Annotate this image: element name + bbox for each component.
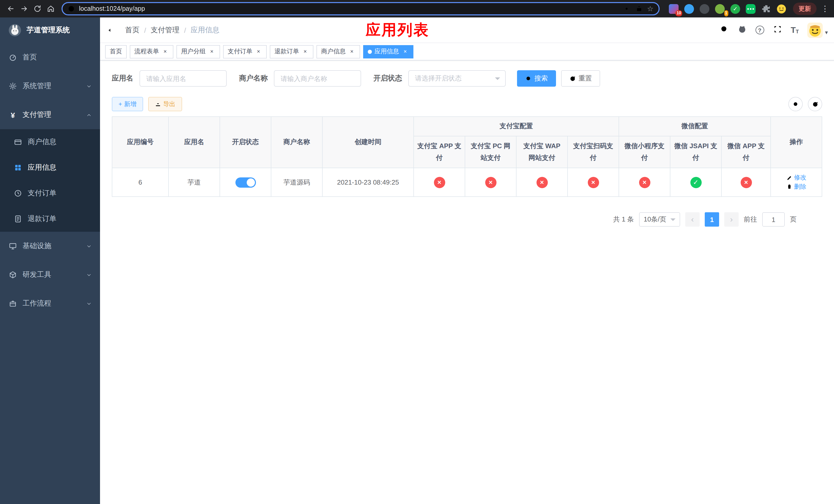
next-page-button[interactable]: ›	[724, 212, 739, 227]
toggle-search-button[interactable]	[788, 97, 803, 111]
close-icon[interactable]: ×	[302, 48, 309, 55]
cell-app-id: 6	[112, 168, 169, 197]
app-name-input[interactable]	[139, 70, 227, 87]
sidebar-item-pay-order[interactable]: 支付订单	[0, 181, 100, 206]
reload-button[interactable]	[31, 2, 44, 15]
home-button[interactable]	[44, 2, 58, 15]
tab-process-form[interactable]: 流程表单×	[130, 45, 173, 58]
merchant-name-label: 商户名称	[239, 74, 268, 83]
app-title: 芋道管理系统	[27, 26, 70, 35]
extension-dark-circle-icon[interactable]	[699, 3, 710, 14]
sidebar-item-app-info[interactable]: 应用信息	[0, 155, 100, 181]
breadcrumb-home[interactable]: 首页	[125, 25, 139, 35]
col-wx-jsapi: 微信 JSAPI 支付	[670, 136, 721, 168]
tab-home[interactable]: 首页	[105, 45, 127, 58]
status-label: 开启状态	[373, 74, 402, 83]
col-wx-lite: 微信小程序支付	[619, 136, 670, 168]
export-button[interactable]: 导出	[148, 97, 182, 111]
extension-green-check-icon[interactable]: ✓	[730, 3, 741, 14]
extension-colorful-icon[interactable]: 10	[668, 3, 679, 14]
sidebar-item-merchant-info[interactable]: 商户信息	[0, 129, 100, 155]
app-table: 应用编号 应用名 开启状态 商户名称 创建时间 支付宝配置 微信配置 操作 支付…	[112, 116, 822, 197]
merchant-name-input[interactable]	[274, 70, 361, 87]
col-wx-app: 微信 APP 支付	[721, 136, 771, 168]
user-menu[interactable]: ▾	[808, 22, 828, 38]
chevron-down-icon	[86, 243, 92, 249]
tags-view-bar: 首页 流程表单× 用户分组× 支付订单× 退款订单× 商户信息× 应用信息×	[100, 43, 834, 61]
password-key-icon[interactable]	[624, 5, 632, 12]
table-row: 6 芋道 芋道源码 2021-10-23 08:49:25 × × × × × …	[112, 168, 822, 197]
sidebar-item-workflow[interactable]: 工作流程	[0, 289, 100, 318]
sidebar-item-label: 支付订单	[28, 189, 57, 198]
status-toggle[interactable]	[235, 177, 256, 187]
delete-link[interactable]: 删除	[786, 182, 806, 191]
search-icon[interactable]	[719, 24, 729, 36]
active-dot	[368, 49, 372, 53]
fullscreen-icon[interactable]	[773, 24, 782, 36]
sidebar-item-refund-order[interactable]: 退款订单	[0, 206, 100, 232]
prev-page-button[interactable]: ‹	[685, 212, 700, 227]
profile-avatar-icon[interactable]	[776, 3, 787, 14]
sidebar-item-label: 工作流程	[23, 299, 51, 308]
extension-green-avatar-icon[interactable]: 1	[715, 3, 725, 14]
share-icon[interactable]	[636, 5, 643, 12]
select-caret-icon	[495, 77, 500, 83]
close-icon[interactable]: ×	[255, 48, 262, 55]
address-bar[interactable]: localhost:1024/pay/app ☆	[62, 2, 660, 15]
tab-refund-order[interactable]: 退款订单×	[270, 45, 313, 58]
sidebar-item-payment[interactable]: ¥ 支付管理	[0, 100, 100, 129]
tab-pay-order[interactable]: 支付订单×	[223, 45, 267, 58]
breadcrumb-section[interactable]: 支付管理	[151, 25, 179, 35]
close-icon[interactable]: ×	[161, 48, 169, 55]
refresh-button[interactable]	[808, 97, 822, 111]
github-icon[interactable]	[737, 24, 747, 36]
extensions-tray: 10 1 ✓	[664, 3, 787, 14]
extension-wechat-icon[interactable]	[745, 3, 756, 14]
tab-user-group[interactable]: 用户分组×	[176, 45, 220, 58]
browser-menu-icon[interactable]: ⋮	[821, 4, 829, 13]
sidebar-item-system[interactable]: 系统管理	[0, 72, 100, 100]
font-size-icon[interactable]: TT	[791, 26, 799, 34]
cube-icon	[8, 271, 18, 279]
goto-page-input[interactable]	[762, 212, 785, 227]
bookmark-star-icon[interactable]: ☆	[647, 5, 654, 13]
sidebar-item-label: 应用信息	[28, 163, 57, 172]
help-icon[interactable]: ?	[755, 26, 764, 35]
status-select[interactable]: 请选择开启状态	[408, 70, 506, 87]
extension-blue-drop-icon[interactable]	[684, 3, 695, 14]
col-actions: 操作	[771, 117, 822, 168]
sidebar-item-devtools[interactable]: 研发工具	[0, 260, 100, 289]
edit-link[interactable]: 修改	[786, 173, 806, 182]
sidebar-item-home[interactable]: 首页	[0, 43, 100, 72]
user-avatar[interactable]	[808, 22, 823, 38]
page-size-select[interactable]: 10条/页	[639, 212, 680, 227]
reset-button[interactable]: 重置	[561, 70, 600, 87]
sidebar-logo[interactable]: 芋道管理系统	[0, 18, 100, 43]
caret-down-icon: ▾	[825, 29, 828, 36]
extension-badge: 1	[724, 10, 728, 16]
close-icon[interactable]: ×	[348, 48, 355, 55]
current-page-button[interactable]: 1	[705, 212, 719, 227]
back-button[interactable]	[4, 2, 18, 15]
close-icon[interactable]: ×	[402, 48, 409, 55]
sidebar-item-infra[interactable]: 基础设施	[0, 232, 100, 260]
tab-app-info[interactable]: 应用信息×	[363, 45, 413, 58]
close-icon[interactable]: ×	[208, 48, 215, 55]
grid-icon	[13, 164, 23, 172]
chrome-update-button[interactable]: 更新	[793, 3, 816, 15]
forward-button[interactable]	[18, 2, 31, 15]
sidebar-item-label: 退款订单	[28, 214, 57, 224]
extensions-puzzle-icon[interactable]	[761, 3, 771, 14]
url-text[interactable]: localhost:1024/pay/app	[79, 5, 620, 12]
search-button[interactable]: 搜索	[517, 70, 556, 87]
navbar-actions: ? TT ▾	[719, 22, 834, 38]
goto-label: 前往	[744, 215, 757, 224]
add-button[interactable]: + 新增	[112, 97, 143, 111]
status-cross-icon: ×	[588, 177, 599, 188]
sidebar-item-label: 支付管理	[23, 110, 51, 119]
bank-card-icon	[13, 138, 23, 146]
site-info-icon[interactable]	[68, 5, 75, 12]
gear-icon	[8, 82, 18, 90]
sidebar-fold-button[interactable]	[108, 25, 117, 35]
tab-merchant-info[interactable]: 商户信息×	[316, 45, 360, 58]
